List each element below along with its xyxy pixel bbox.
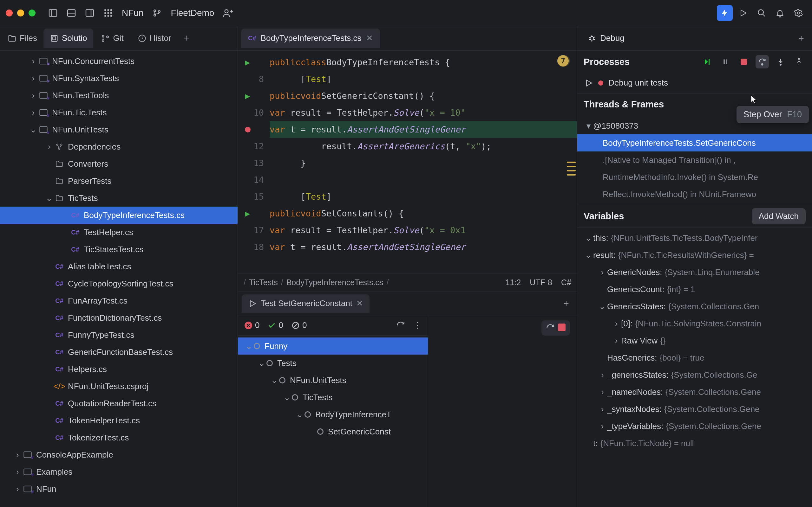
tree-item[interactable]: ›#NFun.TestTools bbox=[0, 87, 238, 104]
apps-grid-icon[interactable] bbox=[100, 5, 116, 21]
variable-row[interactable]: ›_syntaxNodes:{System.Collections.Gene bbox=[577, 400, 812, 418]
test-tree-item[interactable]: SetGenericConst bbox=[238, 423, 428, 440]
stack-frame[interactable]: .[Native to Managed Transition]() in , bbox=[577, 152, 812, 169]
add-collaborator-icon[interactable] bbox=[220, 5, 236, 21]
tree-item[interactable]: ›Dependencies bbox=[0, 138, 238, 155]
tree-item[interactable]: Converters bbox=[0, 155, 238, 172]
language[interactable]: C# bbox=[561, 278, 571, 287]
tree-item[interactable]: C#TokenizerTest.cs bbox=[0, 429, 238, 446]
pause-icon[interactable] bbox=[719, 55, 732, 68]
passed-count[interactable]: 0 bbox=[268, 320, 283, 330]
minimap[interactable] bbox=[567, 162, 576, 178]
threads-tree[interactable]: ▾ @15080373 BodyTypeInferenceTests.SetGe… bbox=[577, 115, 812, 205]
tree-item[interactable]: </>NFun.UnitTests.csproj bbox=[0, 378, 238, 395]
test-tree-item[interactable]: ⌄BodyTypeInferenceT bbox=[238, 406, 428, 423]
close-window-icon[interactable] bbox=[6, 9, 13, 16]
tree-item[interactable]: ›#NFun.SyntaxTests bbox=[0, 70, 238, 87]
variable-row[interactable]: ⌄this:{NFun.UnitTests.TicTests.BodyTypeI… bbox=[577, 229, 812, 246]
tree-item[interactable]: C#TokenHelperTest.cs bbox=[0, 412, 238, 429]
tree-item[interactable]: C#TestHelper.cs bbox=[0, 224, 238, 241]
tab-files[interactable]: Files bbox=[3, 29, 42, 48]
variable-row[interactable]: ›_typeVariables:{System.Collections.Gene bbox=[577, 418, 812, 435]
test-tree-item[interactable]: ⌄TicTests bbox=[238, 389, 428, 406]
close-test-tab-icon[interactable]: ✕ bbox=[356, 298, 363, 308]
step-into-icon[interactable] bbox=[774, 55, 787, 68]
variable-row[interactable]: ›[0]:{NFun.Tic.SolvingStates.Constrain bbox=[577, 315, 812, 332]
tree-item[interactable]: ›#Examples bbox=[0, 463, 238, 481]
stack-frame[interactable]: BodyTypeInferenceTests.SetGenericCons bbox=[577, 134, 812, 152]
tree-item[interactable]: C#GenericFunctionBaseTest.cs bbox=[0, 343, 238, 360]
run-icon[interactable] bbox=[735, 5, 751, 21]
tree-item[interactable]: ParserTests bbox=[0, 172, 238, 189]
ai-assistant-icon[interactable] bbox=[717, 5, 733, 21]
test-tree-item[interactable]: ⌄NFun.UnitTests bbox=[238, 372, 428, 389]
variable-row[interactable]: ›_namedNodes:{System.Collections.Gene bbox=[577, 383, 812, 400]
failed-count[interactable]: 0 bbox=[244, 320, 259, 330]
variable-row[interactable]: ›GenericNodes:{System.Linq.Enumerable bbox=[577, 264, 812, 281]
settings-icon[interactable] bbox=[791, 5, 806, 21]
tab-solution[interactable]: Solutio bbox=[44, 29, 94, 48]
tree-item[interactable]: ⌄TicTests bbox=[0, 189, 238, 207]
variable-row[interactable]: ›Raw View{} bbox=[577, 332, 812, 349]
step-out-icon[interactable] bbox=[792, 55, 806, 68]
add-watch-button[interactable]: Add Watch bbox=[752, 208, 806, 224]
test-menu-icon[interactable]: ⋮ bbox=[413, 320, 421, 330]
minimize-window-icon[interactable] bbox=[17, 9, 24, 16]
project-name[interactable]: FleetDemo bbox=[167, 8, 217, 18]
step-over-icon[interactable] bbox=[756, 55, 769, 68]
test-tab[interactable]: Test SetGenericConstant ✕ bbox=[242, 294, 369, 313]
test-tree-item[interactable]: ⌄Tests bbox=[238, 354, 428, 372]
tree-item[interactable]: C#CycleTopologySortingTest.cs bbox=[0, 275, 238, 292]
branch-icon[interactable] bbox=[149, 5, 165, 21]
tree-item[interactable]: C#Helpers.cs bbox=[0, 360, 238, 378]
code-content[interactable]: public class BodyTypeInferenceTests { [T… bbox=[270, 51, 577, 273]
tree-item[interactable]: C#FunArrayTest.cs bbox=[0, 292, 238, 309]
skipped-count[interactable]: 0 bbox=[292, 320, 307, 330]
add-test-tab-icon[interactable]: + bbox=[559, 298, 573, 309]
tree-item[interactable]: ⌄#NFun.UnitTests bbox=[0, 121, 238, 138]
tree-item[interactable]: ›#NFun.Tic.Tests bbox=[0, 104, 238, 121]
warnings-badge[interactable]: 7 bbox=[557, 55, 569, 66]
tree-item[interactable]: C#TicStatesTest.cs bbox=[0, 241, 238, 258]
tree-item[interactable]: ›#NFun bbox=[0, 481, 238, 498]
close-tab-icon[interactable]: ✕ bbox=[366, 33, 373, 43]
variable-row[interactable]: HasGenerics:{bool} = true bbox=[577, 349, 812, 366]
tree-item[interactable]: ›#ConsoleAppExample bbox=[0, 446, 238, 463]
file-tree[interactable]: ›#NFun.ConcurrentTests›#NFun.SyntaxTests… bbox=[0, 51, 238, 507]
add-tab-icon[interactable]: + bbox=[179, 29, 195, 48]
debug-session[interactable]: Debug unit tests bbox=[577, 73, 812, 93]
tree-item[interactable]: C#QuotationReaderTest.cs bbox=[0, 395, 238, 412]
tree-item[interactable]: C#FunctionDictionaryTest.cs bbox=[0, 309, 238, 326]
panel-left-icon[interactable] bbox=[45, 5, 61, 21]
panel-right-icon[interactable] bbox=[82, 5, 98, 21]
reload-tests-icon[interactable] bbox=[396, 321, 405, 330]
crumb-folder[interactable]: TicTests bbox=[249, 278, 278, 287]
search-icon[interactable] bbox=[754, 5, 769, 21]
tab-debug[interactable]: Debug bbox=[581, 29, 631, 48]
stack-frame[interactable]: RuntimeMethodInfo.Invoke() in System.Re bbox=[577, 169, 812, 186]
variable-row[interactable]: GenericsCount:{int} = 1 bbox=[577, 281, 812, 298]
tree-item[interactable]: C#BodyTypeInferenceTests.cs bbox=[0, 207, 238, 224]
stop-debug-icon[interactable] bbox=[737, 55, 751, 68]
variable-row[interactable]: t:{NFun.Tic.TicNode} = null bbox=[577, 435, 812, 452]
cursor-position[interactable]: 11:2 bbox=[506, 278, 521, 287]
encoding[interactable]: UTF-8 bbox=[530, 278, 552, 287]
tree-item[interactable]: C#FunnyTypeTest.cs bbox=[0, 326, 238, 343]
tab-git[interactable]: Git bbox=[95, 29, 130, 48]
resume-icon[interactable] bbox=[700, 55, 714, 68]
tab-history[interactable]: Histor bbox=[131, 29, 177, 48]
editor-tab[interactable]: C# BodyTypeInferenceTests.cs ✕ bbox=[241, 29, 380, 48]
variable-row[interactable]: ⌄GenericsStates:{System.Collections.Gen bbox=[577, 298, 812, 315]
stop-tests-icon[interactable] bbox=[558, 324, 565, 331]
rerun-icon[interactable] bbox=[546, 324, 555, 332]
panel-bottom-icon[interactable] bbox=[63, 5, 79, 21]
test-tree-item[interactable]: ⌄Funny bbox=[238, 337, 428, 354]
crumb-file[interactable]: BodyTypeInferenceTests.cs bbox=[287, 278, 384, 287]
add-debug-tab-icon[interactable]: + bbox=[794, 33, 808, 44]
notifications-icon[interactable] bbox=[772, 5, 788, 21]
variables-tree[interactable]: ⌄this:{NFun.UnitTests.TicTests.BodyTypeI… bbox=[577, 228, 812, 507]
stack-frame[interactable]: Reflect.InvokeMethod() in NUnit.Framewo bbox=[577, 186, 812, 203]
tree-item[interactable]: ›#NFun.ConcurrentTests bbox=[0, 53, 238, 70]
maximize-window-icon[interactable] bbox=[29, 9, 36, 16]
variable-row[interactable]: ›_genericsStates:{System.Collections.Ge bbox=[577, 366, 812, 383]
